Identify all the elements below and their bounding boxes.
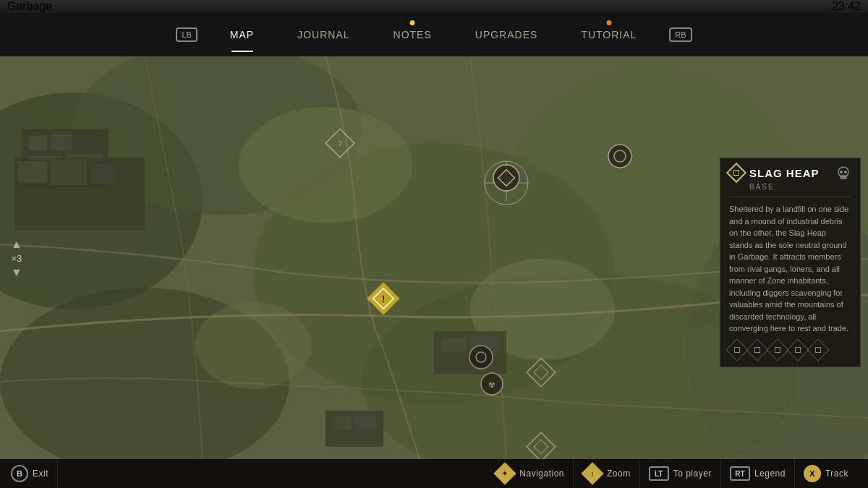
navigation-dpad-icon: ✦: [495, 463, 515, 484]
location-description: Sheltered by a landfill on one side and …: [729, 203, 851, 335]
svg-point-39: [469, 346, 493, 369]
svg-rect-22: [441, 337, 467, 351]
notes-badge: [410, 20, 415, 25]
svg-rect-19: [51, 160, 87, 185]
lb-button[interactable]: LB: [176, 27, 197, 42]
panel-icon-3: [766, 338, 788, 361]
zoom-up-arrow: ▲: [11, 237, 22, 250]
zoom-action[interactable]: ↕ Zoom: [574, 459, 640, 488]
svg-rect-26: [354, 414, 376, 430]
skull-icon: [835, 166, 851, 184]
tab-journal[interactable]: Journal: [276, 13, 371, 56]
zoom-dpad-icon: ↕: [582, 463, 603, 484]
zoom-level: ×3: [12, 252, 22, 263]
right-bumper[interactable]: RB: [658, 27, 702, 42]
svg-text:!: !: [382, 294, 385, 304]
top-bar: Garbage 23:42: [0, 0, 868, 13]
zoom-down-arrow: ▼: [11, 265, 22, 278]
svg-point-35: [493, 165, 519, 191]
svg-rect-14: [76, 137, 101, 150]
tutorial-badge: [606, 20, 611, 25]
panel-divider: [729, 197, 851, 197]
x-button: X: [804, 465, 821, 482]
info-panel: SLAG HEAP BASE Sheltered by a landfill o…: [720, 158, 861, 367]
to-player-label: To player: [673, 468, 712, 479]
location-icon: [726, 163, 746, 183]
rt-button: RT: [730, 466, 750, 481]
nav-bar: LB Map Journal Notes Upgrades Tutorial R…: [0, 13, 868, 56]
exit-label: Exit: [33, 468, 48, 479]
to-player-action[interactable]: LT To player: [640, 459, 721, 488]
clock: 23:42: [832, 0, 861, 13]
navigation-label: Navigation: [519, 468, 564, 479]
lt-button: LT: [649, 466, 669, 481]
exit-action[interactable]: B Exit: [11, 459, 58, 488]
svg-point-37: [608, 145, 631, 168]
zoom-label: Zoom: [607, 468, 631, 479]
bottom-bar: B Exit ✦ Navigation ↕ Zoom LT To player …: [0, 459, 868, 488]
tab-map[interactable]: Map: [208, 13, 276, 56]
svg-text:☢: ☢: [488, 380, 495, 389]
svg-rect-12: [29, 136, 47, 150]
svg-text:?: ?: [338, 140, 342, 148]
svg-rect-13: [51, 134, 72, 150]
navigation-action[interactable]: ✦ Navigation: [486, 459, 574, 488]
location-name: SLAG HEAP: [749, 167, 820, 179]
app-name: Garbage: [7, 0, 52, 13]
panel-icon-5: [807, 338, 829, 361]
svg-point-8: [239, 107, 412, 223]
map-area[interactable]: ! ?: [0, 56, 868, 459]
svg-point-51: [844, 171, 847, 174]
rb-button[interactable]: RB: [669, 27, 692, 42]
info-panel-header: SLAG HEAP: [729, 166, 851, 180]
left-bumper[interactable]: LB: [165, 27, 208, 42]
legend-label: Legend: [754, 468, 786, 479]
track-action[interactable]: X Track: [795, 459, 857, 488]
svg-rect-25: [333, 416, 351, 429]
panel-icon-4: [786, 338, 809, 361]
svg-rect-18: [18, 161, 47, 183]
svg-point-50: [840, 171, 843, 174]
tab-notes[interactable]: Notes: [372, 13, 454, 56]
zoom-indicator: ▲ ×3 ▼: [11, 237, 22, 278]
svg-rect-20: [90, 163, 116, 184]
track-label: Track: [825, 468, 848, 479]
tab-tutorial[interactable]: Tutorial: [559, 13, 658, 56]
location-type: BASE: [729, 183, 851, 191]
legend-action[interactable]: RT Legend: [721, 459, 795, 488]
b-button: B: [11, 465, 28, 482]
panel-icon-2: [746, 338, 768, 361]
tab-upgrades[interactable]: Upgrades: [454, 13, 560, 56]
panel-icons: [729, 342, 851, 358]
panel-icon-1: [726, 338, 748, 361]
